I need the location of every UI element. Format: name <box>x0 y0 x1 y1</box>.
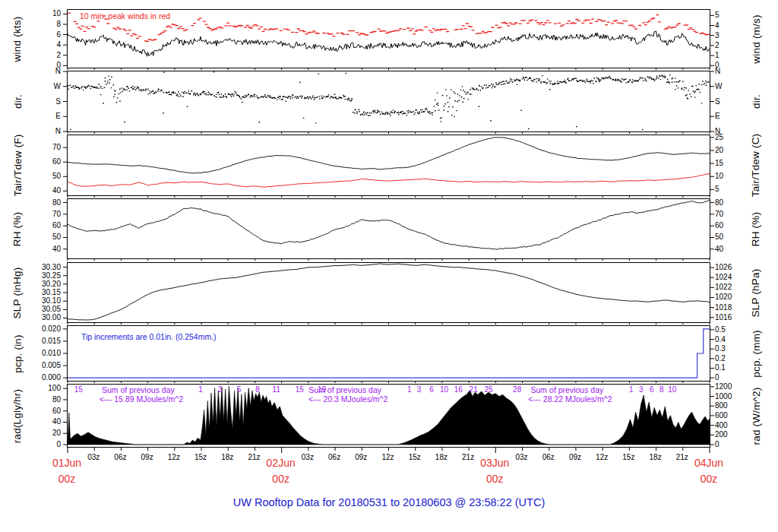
x-hour-label: 12z <box>596 453 608 461</box>
y-tick-label-left: 60 <box>23 157 61 166</box>
y-tick-label-left: 70 <box>23 143 61 152</box>
y-tick-label-right: 0.3 <box>715 344 757 353</box>
axis-title-text: pcp. (in) <box>12 334 24 373</box>
x-hour-label: 06z <box>328 453 340 461</box>
y-tick-label-right: 70 <box>715 210 757 219</box>
y-tick-label-right: N <box>715 67 757 76</box>
x-date-label-day: 01Jun <box>52 455 81 471</box>
rad-hour-sum-label: 6 <box>650 385 654 394</box>
humidity-panel <box>67 198 710 259</box>
y-tick-label-right: 2 <box>715 41 757 50</box>
rad-hour-sum-label: 1 <box>198 385 203 394</box>
y-tick-label-left: 50 <box>23 172 61 181</box>
rad-hour-sum-label: 10 <box>668 385 676 394</box>
y-tick-label-right: 1000 <box>715 392 757 401</box>
y-tick-label-right: 10 <box>715 172 757 181</box>
y-tick-label-right: 1026 <box>715 263 757 272</box>
plot-title: UW Rooftop Data for 20180531 to 20180603… <box>0 496 778 508</box>
x-date-label: 03Jun00z <box>480 455 509 487</box>
y-tick-label-right: 40 <box>715 245 757 254</box>
y-tick-label-left: 4 <box>23 40 61 49</box>
y-tick-label-left: N <box>23 127 61 136</box>
y-tick-label-left: 80 <box>23 198 61 207</box>
x-date-label-day: 04Jun <box>694 455 723 471</box>
tip-increments-note: Tip increments are 0.01in. (0.254mm.) <box>81 332 217 341</box>
y-tick-label-right: 0.4 <box>715 335 757 344</box>
wind-direction-panel <box>67 71 710 132</box>
y-tick-label-right: 1016 <box>715 313 757 322</box>
axis-title-text: wind (kts) <box>12 16 24 62</box>
x-hour-label: 03z <box>302 453 314 461</box>
x-hour-label: 12z <box>381 453 394 461</box>
x-hour-label: 18z <box>435 453 448 461</box>
rad-left-axis-title: rad(Lgly/hr) <box>2 384 33 448</box>
axis-title-text: dir. <box>12 94 24 109</box>
rad-daily-sum-line1: Sum of previous day <box>102 385 175 394</box>
x-date-label: 01Jun00z <box>52 455 81 487</box>
y-tick-label-right: 400 <box>715 421 757 430</box>
y-tick-label-right: 25 <box>715 133 757 142</box>
x-date-label-day: 03Jun <box>480 455 509 471</box>
x-hour-label: 03z <box>87 453 100 461</box>
rad-daily-sum-line2: <--- 28.22 MJoules/m^2 <box>528 394 612 404</box>
y-tick-label-left: 10 <box>23 9 61 18</box>
rad-hour-sum-label: 15 <box>296 385 304 394</box>
y-tick-label-right: 60 <box>715 221 757 230</box>
y-tick-label-left: 0 <box>23 440 61 449</box>
y-tick-label-left: 2 <box>23 51 61 60</box>
rad-hour-sum-label: 8 <box>659 385 664 394</box>
x-hour-label: 18z <box>650 453 662 461</box>
y-tick-label-left: 40 <box>23 417 61 426</box>
y-tick-label-right: 15 <box>715 159 757 168</box>
x-hour-label: 09z <box>355 453 367 461</box>
y-tick-label-right: 1018 <box>715 303 757 312</box>
x-date-label-day: 02Jun <box>267 455 296 471</box>
x-hour-label: 09z <box>141 453 153 461</box>
x-date-label-hour: 00z <box>694 471 723 487</box>
peak-winds-note: 10 min. peak winds in red <box>80 11 170 21</box>
rad-hour-sum-label: 10 <box>440 385 448 394</box>
rad-hour-sum-label: 15 <box>74 385 83 394</box>
rad-daily-sum-line1: Sum of previous day <box>308 385 381 394</box>
rad-hour-sum-label: 1 <box>629 385 634 394</box>
y-tick-label-right: 0.5 <box>715 325 757 334</box>
y-tick-label-left: 100 <box>23 384 61 393</box>
y-tick-label-right: 1200 <box>715 382 757 391</box>
y-tick-label-right: E <box>715 112 757 121</box>
x-hour-label: 18z <box>221 453 233 461</box>
temperature-panel <box>67 135 710 196</box>
y-tick-label-right: 0.2 <box>715 354 757 363</box>
rad-hour-sum-label: 6 <box>429 385 434 394</box>
axis-title-text: SLP (inHg) <box>12 267 24 318</box>
rad-hour-sum-label: 5 <box>237 385 242 394</box>
y-tick-label-left: 0.010 <box>23 349 61 358</box>
y-tick-label-right: 600 <box>715 411 757 420</box>
rad-daily-sum-line2: <--- 15.89 MJoules/m^2 <box>100 394 183 404</box>
y-tick-label-left: 0.000 <box>23 373 61 382</box>
y-tick-label-left: 80 <box>23 395 61 404</box>
y-tick-label-left: 30.30 <box>23 263 61 272</box>
y-tick-label-left: N <box>23 67 61 76</box>
y-tick-label-right: 0.1 <box>715 363 757 372</box>
y-tick-label-left: 6 <box>23 30 61 40</box>
x-hour-label: 15z <box>194 453 207 461</box>
y-tick-label-right: 80 <box>715 198 757 207</box>
x-date-label-hour: 00z <box>267 471 296 487</box>
rad-hour-sum-label: 16 <box>454 385 463 394</box>
y-tick-label-left: 60 <box>23 221 61 230</box>
sea-level-pressure-inhg <box>68 264 710 320</box>
x-hour-label: 06z <box>114 453 126 461</box>
y-tick-label-right: 1024 <box>715 273 757 282</box>
y-tick-label-right: 0 <box>715 440 757 449</box>
x-hour-label: 21z <box>462 453 474 461</box>
precipitation-panel: Tip increments are 0.01in. (0.254mm.) <box>67 325 710 382</box>
rad-hour-sum-label: 1 <box>407 385 412 394</box>
temperature-plot <box>68 135 710 195</box>
rad-hour-sum-label: 25 <box>485 385 493 394</box>
y-tick-label-right: 50 <box>715 233 757 242</box>
y-tick-label-left: 60 <box>23 407 61 416</box>
rad-hour-sum-label: 11 <box>273 385 280 394</box>
wind-speed-mean-kts <box>68 31 710 56</box>
x-hour-label: 21z <box>248 453 260 461</box>
uw-rooftop-weather-plot: wind (kts) dir. Tair/Tdew (F) RH (%) SLP… <box>0 0 778 532</box>
